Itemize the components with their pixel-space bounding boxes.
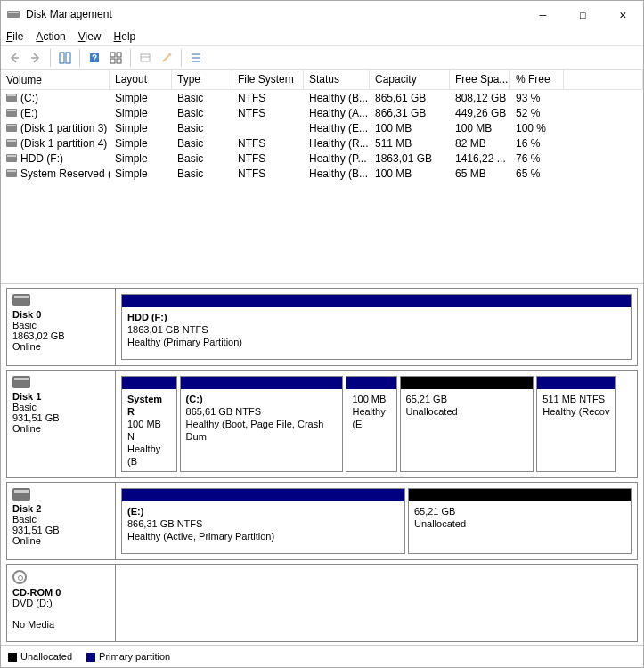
partition-body: 100 MB Healthy (E [346,389,395,434]
menubar: File Action View Help [1,28,643,45]
svg-rect-10 [141,54,150,61]
volume-row[interactable]: (Disk 1 partition 3) Simple Basic Health… [1,120,643,135]
partition-bar [537,377,615,389]
partition[interactable]: 65,21 GB Unallocated [408,488,632,554]
volume-row[interactable]: HDD (F:) Simple Basic NTFS Healthy (P...… [1,151,643,166]
partition-size: 65,21 GB [406,394,447,404]
volume-icon [6,94,17,102]
partition[interactable]: (C:) 865,61 GB NTFS Healthy (Boot, Page … [180,376,344,472]
svg-rect-9 [117,59,121,63]
partition-bar [401,377,534,389]
partition-body: 65,21 GB Unallocated [401,389,534,421]
action-button[interactable] [157,48,176,68]
partition-size: 511 MB NTFS [542,394,605,404]
partition-size: 1863,01 GB NTFS [127,324,208,335]
partition-body: (C:) 865,61 GB NTFS Healthy (Boot, Page … [181,389,343,446]
toolbar: ? [1,45,643,70]
menu-help[interactable]: Help [114,30,136,43]
col-pct[interactable]: % Free [510,70,564,89]
col-status[interactable]: Status [304,70,370,89]
partition[interactable]: (E:) 866,31 GB NTFS Healthy (Active, Pri… [121,488,405,554]
volume-icon [6,169,17,177]
disk-state: Online [12,423,41,434]
volume-icon [6,139,17,147]
col-layout[interactable]: Layout [110,70,172,89]
disk-partitions: System R 100 MB N Healthy (B (C:) 865,61… [116,371,637,477]
disk-size: 931,51 GB [12,412,60,423]
partition-bar [122,295,631,307]
disk-label[interactable]: Disk 0 Basic 1863,02 GB Online [7,289,116,365]
col-filesystem[interactable]: File System [232,70,304,89]
disk-type: Basic [12,320,37,330]
disk-partitions: HDD (F:) 1863,01 GB NTFS Healthy (Primar… [116,289,637,365]
partition-bar [122,489,404,501]
disk-type: Basic [12,514,37,525]
partition-title: HDD (F:) [127,312,167,322]
col-volume[interactable]: Volume [1,70,110,89]
legend-primary: Primary partition [86,651,170,662]
settings-button[interactable] [106,48,126,68]
disk-icon [12,376,30,388]
volume-row[interactable]: (C:) Simple Basic NTFS Healthy (B... 865… [1,90,643,105]
partition-size: 100 MB N [127,419,161,442]
help-button[interactable]: ? [85,48,104,68]
partition[interactable]: HDD (F:) 1863,01 GB NTFS Healthy (Primar… [121,294,632,360]
disk-icon [12,488,30,501]
disk-partitions [116,565,637,641]
maximize-button[interactable]: ☐ [563,1,603,28]
disk-state: Online [12,535,41,546]
disk-icon [12,294,30,306]
partition[interactable]: 511 MB NTFS Healthy (Recov [536,376,616,472]
partition-title: System R [127,394,162,417]
col-capacity[interactable]: Capacity [370,70,450,89]
disk-size: 931,51 GB [12,525,60,535]
partition[interactable]: System R 100 MB N Healthy (B [121,376,177,472]
col-type[interactable]: Type [172,70,232,89]
partition-bar [409,489,631,501]
forward-button[interactable] [26,48,45,68]
volume-name: (Disk 1 partition 3) [20,122,107,134]
disk-type: DVD (D:) [12,598,53,608]
partition-bar [346,377,395,389]
partition-body: System R 100 MB N Healthy (B [122,389,176,471]
volume-row[interactable]: (Disk 1 partition 4) Simple Basic NTFS H… [1,135,643,151]
volume-row[interactable]: (E:) Simple Basic NTFS Healthy (A... 866… [1,105,643,120]
partition-status: Healthy (Primary Partition) [127,337,242,347]
menu-action[interactable]: Action [36,30,65,43]
back-button[interactable] [4,48,24,68]
col-free[interactable]: Free Spa... [450,70,510,89]
disk-state: Online [12,341,41,352]
disk-row: Disk 2 Basic 931,51 GB Online (E:) 866,3… [6,482,638,560]
svg-rect-3 [66,53,70,63]
partition-title: (E:) [127,506,143,517]
svg-text:?: ? [92,53,97,63]
partition[interactable]: 65,21 GB Unallocated [400,376,534,472]
disk-label[interactable]: CD-ROM 0 DVD (D:) No Media [7,565,116,641]
partition-status: Healthy (Recov [542,406,609,417]
volume-icon [6,124,17,132]
partition-title: (C:) [186,394,203,404]
close-button[interactable]: ✕ [603,1,643,28]
partition[interactable]: 100 MB Healthy (E [346,376,396,472]
disk-name: Disk 0 [12,309,41,320]
partition-status: Healthy (B [127,444,160,467]
refresh-button[interactable] [135,48,155,68]
disk-partitions: (E:) 866,31 GB NTFS Healthy (Active, Pri… [116,483,637,559]
disk-name: Disk 1 [12,391,41,402]
partition-body: HDD (F:) 1863,01 GB NTFS Healthy (Primar… [122,307,631,352]
view-button[interactable] [55,48,75,68]
app-icon [6,7,20,21]
partition-status: Healthy (Active, Primary Partition) [127,531,274,542]
partition-status: Healthy (E [352,406,385,429]
minimize-button[interactable]: — [523,1,563,28]
volume-row[interactable]: System Reserved (... Simple Basic NTFS H… [1,166,643,181]
disk-name: Disk 2 [12,503,41,514]
legend: Unallocated Primary partition [1,646,643,667]
disk-label[interactable]: Disk 2 Basic 931,51 GB Online [7,483,116,559]
volume-icon [6,109,17,117]
volume-icon [6,154,17,162]
menu-file[interactable]: File [6,30,23,43]
list-button[interactable] [186,48,206,68]
menu-view[interactable]: View [78,30,102,43]
disk-label[interactable]: Disk 1 Basic 931,51 GB Online [7,371,116,477]
